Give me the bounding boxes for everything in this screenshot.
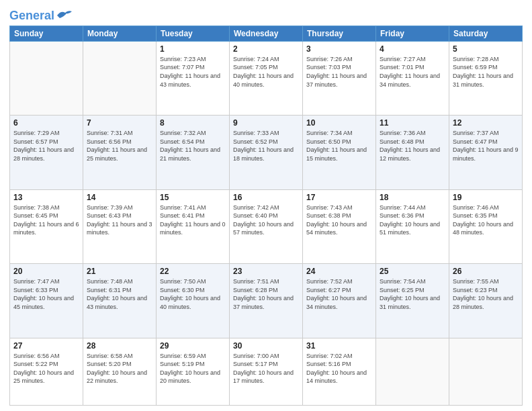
day-info: Sunrise: 7:41 AMSunset: 6:41 PMDaylight:… [160, 203, 226, 237]
calendar-cell: 11Sunrise: 7:36 AMSunset: 6:48 PMDayligh… [376, 116, 449, 189]
day-number: 13 [13, 193, 79, 202]
calendar-cell: 10Sunrise: 7:34 AMSunset: 6:50 PMDayligh… [303, 116, 376, 189]
day-info: Sunrise: 7:27 AMSunset: 7:01 PMDaylight:… [380, 55, 445, 89]
day-info: Sunrise: 6:56 AMSunset: 5:22 PMDaylight:… [13, 352, 79, 385]
calendar-cell: 15Sunrise: 7:41 AMSunset: 6:41 PMDayligh… [157, 189, 230, 263]
weekday-header-monday: Monday [83, 26, 157, 41]
calendar-cell: 4Sunrise: 7:27 AMSunset: 7:01 PMDaylight… [376, 41, 449, 115]
calendar-cell: 9Sunrise: 7:33 AMSunset: 6:52 PMDaylight… [230, 116, 303, 189]
calendar-cell: 2Sunrise: 7:24 AMSunset: 7:05 PMDaylight… [230, 41, 303, 115]
day-info: Sunrise: 7:02 AMSunset: 5:16 PMDaylight:… [306, 352, 372, 385]
logo-general: General [9, 9, 54, 22]
calendar-cell: 17Sunrise: 7:43 AMSunset: 6:38 PMDayligh… [303, 189, 376, 263]
weekday-header-sunday: Sunday [10, 26, 83, 41]
day-number: 27 [13, 341, 79, 351]
calendar-cell: 28Sunrise: 6:58 AMSunset: 5:20 PMDayligh… [83, 338, 157, 405]
calendar-cell: 23Sunrise: 7:51 AMSunset: 6:28 PMDayligh… [230, 264, 303, 338]
weekday-header-tuesday: Tuesday [157, 26, 230, 41]
calendar-cell [83, 41, 157, 115]
day-info: Sunrise: 7:26 AMSunset: 7:03 PMDaylight:… [306, 55, 372, 89]
day-number: 9 [233, 118, 299, 128]
day-info: Sunrise: 7:36 AMSunset: 6:48 PMDaylight:… [380, 129, 445, 163]
calendar-cell: 12Sunrise: 7:37 AMSunset: 6:47 PMDayligh… [449, 116, 523, 189]
day-info: Sunrise: 7:37 AMSunset: 6:47 PMDaylight:… [453, 129, 519, 163]
day-number: 16 [233, 193, 299, 202]
day-number: 21 [87, 267, 152, 276]
day-number: 3 [306, 44, 372, 54]
calendar-cell: 5Sunrise: 7:28 AMSunset: 6:59 PMDaylight… [449, 41, 523, 115]
day-number: 4 [380, 44, 445, 54]
calendar-cell: 30Sunrise: 7:00 AMSunset: 5:17 PMDayligh… [230, 338, 303, 405]
calendar-cell: 14Sunrise: 7:39 AMSunset: 6:43 PMDayligh… [83, 189, 157, 263]
day-number: 12 [453, 118, 519, 128]
calendar-cell: 27Sunrise: 6:56 AMSunset: 5:22 PMDayligh… [10, 338, 83, 405]
day-info: Sunrise: 7:29 AMSunset: 6:57 PMDaylight:… [13, 129, 79, 163]
day-info: Sunrise: 7:39 AMSunset: 6:43 PMDaylight:… [87, 203, 152, 237]
calendar-cell: 20Sunrise: 7:47 AMSunset: 6:33 PMDayligh… [10, 264, 83, 338]
day-number: 1 [160, 44, 226, 54]
calendar-cell: 3Sunrise: 7:26 AMSunset: 7:03 PMDaylight… [303, 41, 376, 115]
calendar-cell: 6Sunrise: 7:29 AMSunset: 6:57 PMDaylight… [10, 116, 83, 189]
day-info: Sunrise: 7:32 AMSunset: 6:54 PMDaylight:… [160, 129, 226, 163]
day-number: 29 [160, 341, 226, 351]
day-number: 2 [233, 44, 299, 54]
calendar-cell: 19Sunrise: 7:46 AMSunset: 6:35 PMDayligh… [449, 189, 523, 263]
day-number: 25 [380, 267, 445, 276]
day-info: Sunrise: 7:23 AMSunset: 7:07 PMDaylight:… [160, 55, 226, 89]
day-number: 5 [453, 44, 519, 54]
day-info: Sunrise: 7:43 AMSunset: 6:38 PMDaylight:… [306, 203, 372, 237]
day-info: Sunrise: 7:42 AMSunset: 6:40 PMDaylight:… [233, 203, 299, 237]
calendar-cell: 22Sunrise: 7:50 AMSunset: 6:30 PMDayligh… [157, 264, 230, 338]
page: General SundayMondayTuesdayWednesdayThur… [0, 0, 532, 411]
calendar-week-1: 1Sunrise: 7:23 AMSunset: 7:07 PMDaylight… [10, 41, 523, 115]
header: General [9, 7, 523, 21]
logo: General [9, 9, 73, 21]
day-number: 6 [13, 118, 79, 128]
day-number: 11 [380, 118, 445, 128]
calendar-week-3: 13Sunrise: 7:38 AMSunset: 6:45 PMDayligh… [10, 189, 523, 263]
calendar-cell: 8Sunrise: 7:32 AMSunset: 6:54 PMDaylight… [157, 116, 230, 189]
calendar-week-5: 27Sunrise: 6:56 AMSunset: 5:22 PMDayligh… [10, 338, 523, 405]
calendar-week-4: 20Sunrise: 7:47 AMSunset: 6:33 PMDayligh… [10, 264, 523, 338]
day-info: Sunrise: 7:52 AMSunset: 6:27 PMDaylight:… [306, 277, 372, 311]
day-info: Sunrise: 7:44 AMSunset: 6:36 PMDaylight:… [380, 203, 445, 237]
calendar-cell: 1Sunrise: 7:23 AMSunset: 7:07 PMDaylight… [157, 41, 230, 115]
weekday-header-thursday: Thursday [303, 26, 376, 41]
day-info: Sunrise: 7:50 AMSunset: 6:30 PMDaylight:… [160, 277, 226, 311]
day-info: Sunrise: 7:00 AMSunset: 5:17 PMDaylight:… [233, 352, 299, 385]
day-number: 24 [306, 267, 372, 276]
logo-line: General [9, 9, 73, 23]
calendar-cell: 21Sunrise: 7:48 AMSunset: 6:31 PMDayligh… [83, 264, 157, 338]
day-number: 28 [87, 341, 152, 351]
logo-bird-icon [56, 9, 73, 21]
weekday-header-row: SundayMondayTuesdayWednesdayThursdayFrid… [10, 26, 523, 41]
day-info: Sunrise: 7:48 AMSunset: 6:31 PMDaylight:… [87, 277, 152, 311]
day-number: 10 [306, 118, 372, 128]
calendar-cell: 16Sunrise: 7:42 AMSunset: 6:40 PMDayligh… [230, 189, 303, 263]
day-info: Sunrise: 6:59 AMSunset: 5:19 PMDaylight:… [160, 352, 226, 385]
day-info: Sunrise: 7:54 AMSunset: 6:25 PMDaylight:… [380, 277, 445, 311]
day-number: 15 [160, 193, 226, 202]
calendar-cell [376, 338, 449, 405]
day-number: 26 [453, 267, 519, 276]
day-info: Sunrise: 7:24 AMSunset: 7:05 PMDaylight:… [233, 55, 299, 89]
day-info: Sunrise: 7:47 AMSunset: 6:33 PMDaylight:… [13, 277, 79, 311]
day-number: 22 [160, 267, 226, 276]
day-number: 18 [380, 193, 445, 202]
day-number: 30 [233, 341, 299, 351]
day-info: Sunrise: 7:34 AMSunset: 6:50 PMDaylight:… [306, 129, 372, 163]
day-number: 8 [160, 118, 226, 128]
calendar-cell: 29Sunrise: 6:59 AMSunset: 5:19 PMDayligh… [157, 338, 230, 405]
day-info: Sunrise: 7:38 AMSunset: 6:45 PMDaylight:… [13, 203, 79, 237]
day-info: Sunrise: 7:33 AMSunset: 6:52 PMDaylight:… [233, 129, 299, 163]
calendar-cell: 13Sunrise: 7:38 AMSunset: 6:45 PMDayligh… [10, 189, 83, 263]
day-number: 14 [87, 193, 152, 202]
calendar-table: SundayMondayTuesdayWednesdayThursdayFrid… [9, 26, 523, 406]
calendar-week-2: 6Sunrise: 7:29 AMSunset: 6:57 PMDaylight… [10, 116, 523, 189]
day-number: 31 [306, 341, 372, 351]
calendar-cell: 24Sunrise: 7:52 AMSunset: 6:27 PMDayligh… [303, 264, 376, 338]
day-number: 17 [306, 193, 372, 202]
day-number: 20 [13, 267, 79, 276]
day-number: 19 [453, 193, 519, 202]
day-info: Sunrise: 7:51 AMSunset: 6:28 PMDaylight:… [233, 277, 299, 311]
